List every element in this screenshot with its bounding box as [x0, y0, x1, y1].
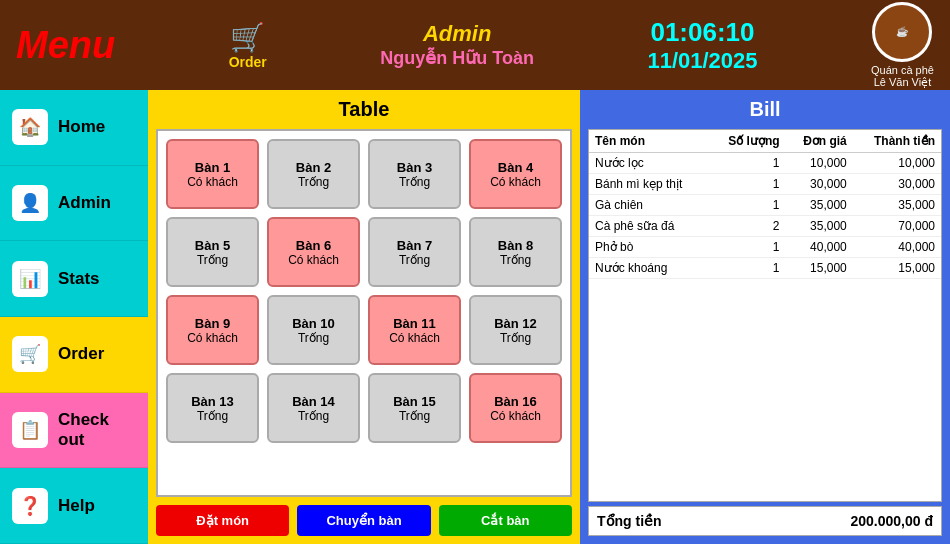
sidebar-label-stats: Stats [58, 269, 100, 289]
bill-item-name-1: Nước lọc [589, 153, 709, 174]
logo-icon: ☕ [872, 2, 932, 62]
sidebar-item-checkout[interactable]: 📋Check out [0, 393, 148, 469]
table-grid-wrapper: Bàn 1Có kháchBàn 2TrốngBàn 3TrốngBàn 4Có… [156, 129, 572, 497]
sidebar-item-stats[interactable]: 📊Stats [0, 241, 148, 317]
bill-total-row: Tổng tiền 200.000,00 đ [588, 506, 942, 536]
bill-item-total-5: 40,000 [853, 237, 941, 258]
bill-row-2: Bánh mì kẹp thịt130,00030,000 [589, 174, 941, 195]
bill-item-name-4: Cà phê sữa đá [589, 216, 709, 237]
table-name-15: Bàn 15 [393, 394, 436, 409]
sidebar-item-admin[interactable]: 👤Admin [0, 166, 148, 242]
table-status-12: Trống [500, 331, 531, 345]
table-cell-4[interactable]: Bàn 4Có khách [469, 139, 562, 209]
bill-row-4: Cà phê sữa đá235,00070,000 [589, 216, 941, 237]
sidebar-label-order: Order [58, 344, 104, 364]
table-title: Table [156, 98, 572, 121]
table-status-16: Có khách [490, 409, 541, 423]
table-status-1: Có khách [187, 175, 238, 189]
table-cell-9[interactable]: Bàn 9Có khách [166, 295, 259, 365]
table-cell-16[interactable]: Bàn 16Có khách [469, 373, 562, 443]
help-icon: ❓ [12, 488, 48, 524]
table-status-7: Trống [399, 253, 430, 267]
table-cell-12[interactable]: Bàn 12Trống [469, 295, 562, 365]
bill-title: Bill [588, 98, 942, 121]
table-status-9: Có khách [187, 331, 238, 345]
checkout-icon: 📋 [12, 412, 48, 448]
chuyen-ban-button[interactable]: Chuyển bàn [297, 505, 430, 536]
table-name-9: Bàn 9 [195, 316, 230, 331]
bill-item-total-4: 70,000 [853, 216, 941, 237]
table-name-6: Bàn 6 [296, 238, 331, 253]
table-area: Table Bàn 1Có kháchBàn 2TrốngBàn 3TrốngB… [148, 90, 580, 544]
bill-item-price-3: 35,000 [786, 195, 853, 216]
stats-icon: 📊 [12, 261, 48, 297]
header-date: 11/01/2025 [647, 48, 757, 74]
sidebar-label-help: Help [58, 496, 95, 516]
bill-item-price-6: 15,000 [786, 258, 853, 279]
bill-item-total-1: 10,000 [853, 153, 941, 174]
header: Menu 🛒 Order Admin Nguyễn Hữu Toàn 01:06… [0, 0, 950, 90]
sidebar-label-checkout: Check out [58, 410, 136, 450]
bill-item-qty-4: 2 [709, 216, 786, 237]
home-icon: 🏠 [12, 109, 48, 145]
table-name-8: Bàn 8 [498, 238, 533, 253]
bill-item-name-2: Bánh mì kẹp thịt [589, 174, 709, 195]
total-value: 200.000,00 đ [850, 513, 933, 529]
table-cell-8[interactable]: Bàn 8Trống [469, 217, 562, 287]
table-status-14: Trống [298, 409, 329, 423]
table-status-3: Trống [399, 175, 430, 189]
sidebar-item-help[interactable]: ❓Help [0, 468, 148, 544]
dat-mon-button[interactable]: Đặt món [156, 505, 289, 536]
table-name-5: Bàn 5 [195, 238, 230, 253]
table-actions: Đặt món Chuyển bàn Cắt bàn [156, 505, 572, 536]
table-cell-15[interactable]: Bàn 15Trống [368, 373, 461, 443]
table-cell-7[interactable]: Bàn 7Trống [368, 217, 461, 287]
table-status-10: Trống [298, 331, 329, 345]
bill-item-price-1: 10,000 [786, 153, 853, 174]
table-cell-2[interactable]: Bàn 2Trống [267, 139, 360, 209]
sidebar-item-home[interactable]: 🏠Home [0, 90, 148, 166]
col-name: Tên món [589, 130, 709, 153]
order-icon: 🛒 [12, 336, 48, 372]
bill-item-qty-2: 1 [709, 174, 786, 195]
table-cell-3[interactable]: Bàn 3Trống [368, 139, 461, 209]
table-name-2: Bàn 2 [296, 160, 331, 175]
table-status-5: Trống [197, 253, 228, 267]
table-name-10: Bàn 10 [292, 316, 335, 331]
table-name-12: Bàn 12 [494, 316, 537, 331]
table-cell-14[interactable]: Bàn 14Trống [267, 373, 360, 443]
bill-item-total-2: 30,000 [853, 174, 941, 195]
table-cell-6[interactable]: Bàn 6Có khách [267, 217, 360, 287]
bill-table: Tên món Số lượng Đơn giá Thành tiền Nước… [589, 130, 941, 279]
main-content: 🏠Home👤Admin📊Stats🛒Order📋Check out❓Help T… [0, 90, 950, 544]
order-button[interactable]: 🛒 Order [229, 21, 267, 70]
bill-item-price-4: 35,000 [786, 216, 853, 237]
bill-item-price-5: 40,000 [786, 237, 853, 258]
table-name-13: Bàn 13 [191, 394, 234, 409]
bill-row-3: Gà chiên135,00035,000 [589, 195, 941, 216]
bill-item-name-5: Phở bò [589, 237, 709, 258]
table-cell-11[interactable]: Bàn 11Có khách [368, 295, 461, 365]
bill-item-name-3: Gà chiên [589, 195, 709, 216]
sidebar: 🏠Home👤Admin📊Stats🛒Order📋Check out❓Help [0, 90, 148, 544]
col-total: Thành tiền [853, 130, 941, 153]
sidebar-item-order[interactable]: 🛒Order [0, 317, 148, 393]
user-name: Nguyễn Hữu Toàn [380, 47, 534, 69]
table-cell-10[interactable]: Bàn 10Trống [267, 295, 360, 365]
table-cell-5[interactable]: Bàn 5Trống [166, 217, 259, 287]
bill-item-total-6: 15,000 [853, 258, 941, 279]
bill-item-name-6: Nước khoáng [589, 258, 709, 279]
table-status-13: Trống [197, 409, 228, 423]
table-grid: Bàn 1Có kháchBàn 2TrốngBàn 3TrốngBàn 4Có… [166, 139, 562, 443]
cart-icon: 🛒 [230, 21, 265, 54]
cat-ban-button[interactable]: Cắt bàn [439, 505, 572, 536]
table-cell-1[interactable]: Bàn 1Có khách [166, 139, 259, 209]
table-status-4: Có khách [490, 175, 541, 189]
admin-icon: 👤 [12, 185, 48, 221]
table-name-16: Bàn 16 [494, 394, 537, 409]
table-status-8: Trống [500, 253, 531, 267]
cafe-name: Quán cà phêLê Văn Việt [871, 64, 934, 89]
bill-item-qty-5: 1 [709, 237, 786, 258]
bill-item-price-2: 30,000 [786, 174, 853, 195]
table-cell-13[interactable]: Bàn 13Trống [166, 373, 259, 443]
